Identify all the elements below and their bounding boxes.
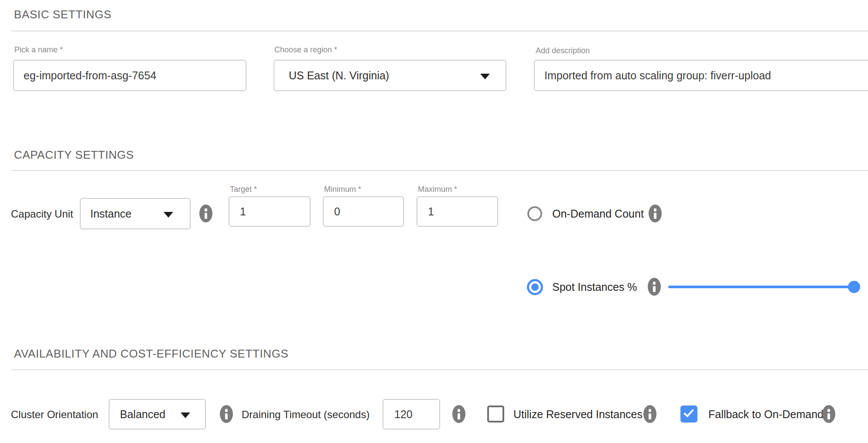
target-field-label: Target * bbox=[230, 185, 257, 194]
capacity-settings-title: CAPACITY SETTINGS bbox=[14, 148, 134, 162]
spot-percentage-slider-handle[interactable] bbox=[848, 281, 860, 293]
spot-instances-radio[interactable] bbox=[527, 279, 543, 295]
region-field-label: Choose a region * bbox=[274, 45, 337, 55]
region-select-value: US East (N. Virginia) bbox=[289, 69, 389, 82]
utilize-reserved-label: Utilize Reserved Instances bbox=[513, 408, 642, 421]
region-select[interactable]: US East (N. Virginia) bbox=[273, 60, 506, 91]
draining-timeout-label: Draining Timeout (seconds) bbox=[242, 409, 369, 421]
cluster-orientation-select[interactable]: Balanced bbox=[109, 399, 206, 429]
spot-instances-label: Spot Instances % bbox=[552, 281, 637, 293]
chevron-down-icon bbox=[480, 74, 490, 79]
on-demand-count-radio[interactable] bbox=[527, 206, 542, 221]
cluster-orientation-select-value: Balanced bbox=[120, 408, 165, 421]
spot-instances-info-icon[interactable] bbox=[648, 278, 661, 296]
fallback-on-demand-label: Fallback to On-Demand bbox=[708, 408, 824, 421]
capacity-unit-select[interactable]: Instance bbox=[80, 198, 191, 229]
capacity-unit-label: Capacity Unit bbox=[11, 208, 73, 220]
section-divider bbox=[11, 369, 868, 370]
section-divider bbox=[11, 170, 868, 171]
capacity-unit-select-value: Instance bbox=[90, 208, 132, 220]
on-demand-count-label: On-Demand Count bbox=[552, 208, 644, 220]
chevron-down-icon bbox=[164, 212, 173, 218]
fallback-on-demand-info-icon[interactable] bbox=[822, 405, 835, 423]
maximum-input[interactable] bbox=[417, 196, 498, 227]
fallback-on-demand-checkbox[interactable] bbox=[680, 406, 697, 423]
basic-settings-title: BASIC SETTINGS bbox=[14, 8, 112, 21]
section-divider bbox=[11, 31, 868, 31]
description-input[interactable] bbox=[534, 60, 868, 91]
minimum-input[interactable] bbox=[323, 196, 404, 227]
draining-timeout-info-icon[interactable] bbox=[452, 405, 465, 423]
on-demand-count-info-icon[interactable] bbox=[649, 204, 662, 222]
minimum-field-label: Minimum * bbox=[324, 185, 361, 194]
name-field-label: Pick a name * bbox=[14, 45, 63, 55]
check-icon bbox=[683, 407, 694, 417]
spot-percentage-slider[interactable] bbox=[668, 286, 856, 288]
availability-settings-title: AVAILABILITY AND COST-EFFICIENCY SETTING… bbox=[14, 347, 288, 361]
draining-timeout-input[interactable] bbox=[383, 399, 440, 429]
settings-form: BASIC SETTINGS Pick a name * Choose a re… bbox=[0, 0, 868, 443]
capacity-unit-info-icon[interactable] bbox=[199, 204, 212, 222]
cluster-orientation-label: Cluster Orientation bbox=[11, 409, 98, 421]
maximum-field-label: Maximum * bbox=[418, 185, 457, 194]
utilize-reserved-info-icon[interactable] bbox=[643, 405, 656, 423]
description-field-label: Add description bbox=[536, 46, 590, 55]
cluster-orientation-info-icon[interactable] bbox=[220, 405, 233, 423]
target-input[interactable] bbox=[229, 196, 311, 227]
utilize-reserved-checkbox[interactable] bbox=[487, 406, 504, 423]
chevron-down-icon bbox=[181, 412, 190, 418]
name-input[interactable] bbox=[13, 60, 246, 91]
